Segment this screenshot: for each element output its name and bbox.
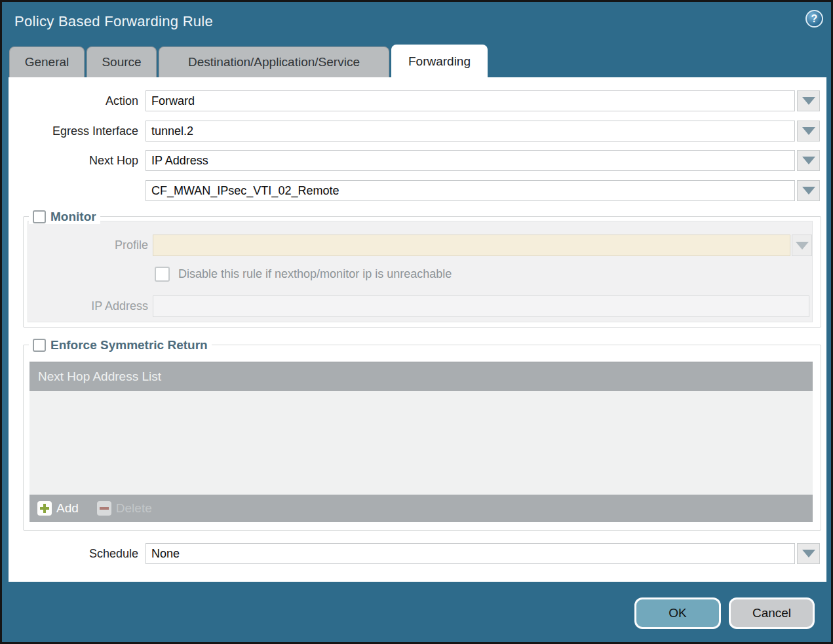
- help-icon[interactable]: ?: [805, 10, 823, 28]
- egress-interface-label: Egress Interface: [9, 121, 138, 142]
- next-hop-label: Next Hop: [9, 150, 138, 171]
- ok-button[interactable]: OK: [634, 597, 721, 629]
- monitor-group: Monitor Profile Disable this rule if nex…: [23, 210, 821, 328]
- symmetric-return-group: Enforce Symmetric Return Next Hop Addres…: [23, 338, 821, 531]
- next-hop-address-list-toolbar: Add Delete: [29, 495, 813, 522]
- schedule-row: Schedule None: [9, 543, 826, 564]
- monitor-legend-label: Monitor: [50, 210, 96, 224]
- action-dropdown-button[interactable]: [797, 90, 820, 111]
- next-hop-address-list-body[interactable]: [29, 391, 813, 495]
- chevron-down-icon: [802, 157, 815, 164]
- action-label: Action: [9, 90, 138, 111]
- chevron-down-icon: [802, 97, 815, 105]
- plus-icon: [37, 501, 52, 516]
- next-hop-address-list-header: Next Hop Address List: [29, 362, 813, 391]
- profile-select: [153, 235, 790, 256]
- schedule-dropdown-button[interactable]: [797, 543, 820, 564]
- chevron-down-icon: [796, 242, 809, 250]
- next-hop-dropdown-button[interactable]: [797, 150, 820, 171]
- egress-interface-row: Egress Interface tunnel.2: [9, 121, 826, 142]
- chevron-down-icon: [802, 550, 815, 558]
- disable-rule-checkbox: [155, 267, 170, 282]
- monitor-legend: Monitor: [29, 210, 100, 224]
- egress-interface-select[interactable]: tunnel.2: [145, 121, 795, 142]
- cancel-button[interactable]: Cancel: [729, 597, 815, 629]
- delete-button-label: Delete: [116, 501, 152, 516]
- next-hop-type-select[interactable]: IP Address: [145, 150, 795, 171]
- monitor-panel: Profile Disable this rule if nexthop/mon…: [28, 221, 813, 322]
- egress-interface-dropdown-button[interactable]: [797, 121, 820, 142]
- profile-label: Profile: [28, 235, 148, 256]
- tab-destination-application-service[interactable]: Destination/Application/Service: [159, 47, 389, 77]
- pbf-rule-dialog: Policy Based Forwarding Rule ? General S…: [0, 0, 833, 644]
- disable-rule-row: Disable this rule if nexthop/monitor ip …: [155, 266, 452, 282]
- profile-dropdown-button: [792, 235, 812, 256]
- tab-general[interactable]: General: [9, 47, 85, 77]
- next-hop-address-list-table: Next Hop Address List Add Delete: [29, 362, 813, 522]
- next-hop-address-row: CF_MWAN_IPsec_VTI_02_Remote: [9, 180, 826, 201]
- symmetric-return-legend: Enforce Symmetric Return: [29, 338, 212, 352]
- schedule-label: Schedule: [9, 543, 138, 564]
- next-hop-row: Next Hop IP Address: [9, 150, 826, 171]
- action-row: Action Forward: [9, 90, 826, 111]
- tab-source[interactable]: Source: [87, 47, 157, 77]
- action-select[interactable]: Forward: [145, 90, 795, 111]
- next-hop-address-dropdown-button[interactable]: [797, 180, 820, 201]
- next-hop-address-select[interactable]: CF_MWAN_IPsec_VTI_02_Remote: [145, 180, 795, 201]
- dialog-title: Policy Based Forwarding Rule: [14, 13, 213, 30]
- tab-forwarding[interactable]: Forwarding: [391, 45, 488, 77]
- add-button[interactable]: Add: [37, 501, 79, 516]
- symmetric-return-legend-label: Enforce Symmetric Return: [50, 338, 208, 352]
- schedule-select[interactable]: None: [145, 543, 795, 564]
- disable-rule-label: Disable this rule if nexthop/monitor ip …: [178, 266, 452, 282]
- monitor-ip-address-input: [153, 295, 809, 317]
- minus-icon: [97, 501, 111, 516]
- chevron-down-icon: [802, 187, 815, 195]
- chevron-down-icon: [802, 127, 815, 135]
- tab-panel-forwarding: Action Forward Egress Interface tunnel.2…: [9, 77, 826, 582]
- monitor-ip-address-label: IP Address: [28, 295, 148, 317]
- add-button-label: Add: [56, 501, 79, 516]
- symmetric-return-checkbox[interactable]: [33, 339, 46, 352]
- tab-bar: General Source Destination/Application/S…: [9, 45, 488, 77]
- monitor-checkbox[interactable]: [33, 210, 46, 223]
- delete-button: Delete: [97, 501, 152, 516]
